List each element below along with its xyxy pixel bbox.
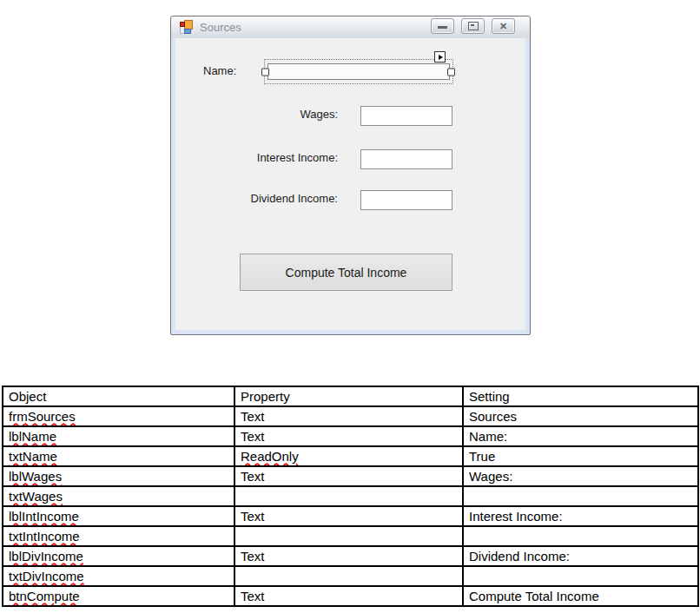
property-cell	[234, 486, 463, 506]
resize-handle-left[interactable]	[261, 68, 269, 76]
object-cell: lblWages	[3, 466, 234, 486]
property-cell	[234, 566, 463, 586]
resize-handle-right[interactable]	[447, 68, 455, 76]
object-cell: lblDivIncome	[3, 546, 234, 566]
title-bar[interactable]: Sources ✕	[171, 16, 530, 38]
properties-table: Object Property Setting frmSources Text …	[2, 386, 699, 607]
table-row: txtName ReadOnly True	[3, 446, 698, 466]
table-row: txtWages	[3, 486, 698, 506]
setting-cell: Dividend Income:	[463, 546, 698, 566]
sources-form-window: Sources ✕ Name: Wages: Interest Income:	[170, 16, 531, 335]
setting-cell: Compute Total Income	[463, 586, 698, 606]
table-row: frmSources Text Sources	[3, 406, 698, 426]
compute-total-income-button[interactable]: Compute Total Income	[240, 254, 452, 291]
window-title: Sources	[200, 21, 241, 34]
setting-cell	[463, 526, 698, 546]
table-row: btnCompute Text Compute Total Income	[3, 586, 698, 606]
property-cell: Text	[234, 546, 463, 566]
table-row: lblName Text Name:	[3, 426, 698, 446]
table-row: lblDivIncome Text Dividend Income:	[3, 546, 698, 566]
smart-tag-arrow-icon	[439, 55, 443, 60]
setting-cell: Wages:	[463, 466, 698, 486]
object-cell: txtIntIncome	[3, 526, 234, 546]
name-label: Name:	[203, 64, 236, 78]
txtIntIncome-textbox[interactable]	[360, 149, 452, 169]
object-cell: txtWages	[3, 486, 234, 506]
property-cell: Text	[234, 426, 463, 446]
minimize-button[interactable]	[431, 18, 454, 34]
property-column-header: Property	[234, 386, 463, 406]
object-cell: lblIntIncome	[3, 506, 234, 526]
setting-cell	[463, 486, 698, 506]
property-cell: ReadOnly	[234, 446, 463, 466]
form-icon-blue-square	[184, 29, 191, 34]
txtName-selection-frame[interactable]	[264, 59, 453, 84]
interest-income-label: Interest Income:	[175, 151, 338, 165]
table-row: lblWages Text Wages:	[3, 466, 698, 486]
property-cell: Text	[234, 586, 463, 606]
setting-cell: Sources	[463, 406, 698, 426]
form-icon	[180, 20, 194, 34]
table-row: txtIntIncome	[3, 526, 698, 546]
property-cell	[234, 526, 463, 546]
txtDivIncome-textbox[interactable]	[360, 190, 452, 210]
wages-label: Wages:	[175, 108, 338, 122]
table-row: lblIntIncome Text Interest Income:	[3, 506, 698, 526]
table-row: txtDivIncome	[3, 566, 698, 586]
txtWages-textbox[interactable]	[360, 106, 452, 126]
setting-cell: True	[463, 446, 698, 466]
close-button[interactable]: ✕	[492, 18, 515, 34]
table-header-row: Object Property Setting	[3, 386, 698, 406]
form-client-area: Name: Wages: Interest Income: Dividend I…	[175, 38, 525, 330]
object-cell: lblName	[3, 426, 234, 446]
property-cell: Text	[234, 466, 463, 486]
maximize-button[interactable]	[461, 18, 485, 34]
property-cell: Text	[234, 406, 463, 426]
object-cell: txtName	[3, 446, 234, 466]
setting-cell: Interest Income:	[463, 506, 698, 526]
object-cell: btnCompute	[3, 586, 234, 606]
close-icon: ✕	[499, 22, 507, 31]
object-cell: txtDivIncome	[3, 566, 234, 586]
maximize-icon	[468, 22, 479, 30]
smart-tag-button[interactable]	[434, 51, 446, 63]
txtName-textbox[interactable]	[267, 63, 450, 80]
setting-cell: Name:	[463, 426, 698, 446]
form-icon-red-square	[180, 22, 185, 27]
object-column-header: Object	[3, 386, 234, 406]
object-cell: frmSources	[3, 406, 234, 426]
window-controls: ✕	[431, 18, 515, 34]
setting-cell	[463, 566, 698, 586]
property-cell: Text	[234, 506, 463, 526]
dividend-income-label: Dividend Income:	[175, 192, 338, 206]
minimize-icon	[438, 26, 447, 29]
setting-column-header: Setting	[463, 386, 698, 406]
